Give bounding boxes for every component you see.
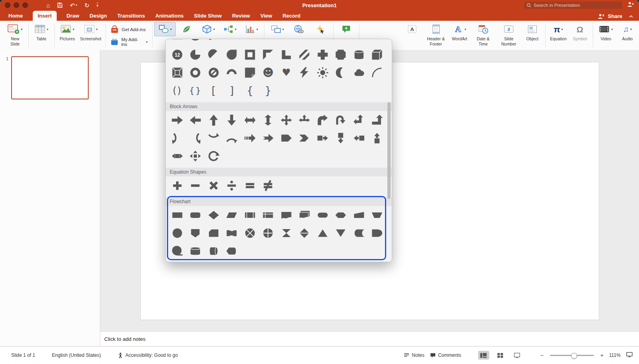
shape-arrow-right[interactable] xyxy=(168,111,186,129)
shape-left-bracket[interactable]: [ xyxy=(204,81,222,99)
shape-multidocument[interactable] xyxy=(296,206,314,224)
shape-oval[interactable] xyxy=(187,39,204,46)
shape-arrow-callout-down[interactable] xyxy=(332,129,350,147)
shape-arrow-quad[interactable] xyxy=(277,111,295,129)
shape-chord[interactable] xyxy=(204,46,222,63)
shape-lightning-bolt[interactable] xyxy=(296,63,314,81)
shape-multiply[interactable] xyxy=(204,176,222,194)
shape-arrow-u-turn[interactable] xyxy=(332,111,350,129)
shape-arrow-pentagon[interactable] xyxy=(277,129,295,147)
home-icon[interactable]: ⌂ xyxy=(46,2,50,8)
scrollbar-thumb[interactable] xyxy=(387,102,391,199)
zoom-window-button[interactable] xyxy=(22,2,28,8)
shape-internal-storage[interactable] xyxy=(259,206,277,224)
shape-double-bracket[interactable]: () xyxy=(168,81,186,99)
shape-alternate-process[interactable] xyxy=(187,206,204,224)
search-input[interactable]: Search in Presentation xyxy=(524,2,622,9)
chart-button[interactable]: ▾ xyxy=(240,22,262,36)
accessibility-status[interactable]: Accessibility: Good to go xyxy=(118,352,178,358)
tab-view[interactable]: View xyxy=(260,11,272,21)
shape-stored-data[interactable] xyxy=(350,224,368,242)
zoom-button[interactable]: ▾ xyxy=(266,22,288,36)
notes-toggle-button[interactable]: Notes xyxy=(404,352,424,358)
reading-view-button[interactable] xyxy=(512,351,523,360)
language-status[interactable]: English (United States) xyxy=(52,352,101,358)
shape-heart[interactable]: ♥ xyxy=(277,63,295,81)
shape-dodecagon-12[interactable]: 12 xyxy=(168,46,186,63)
shape-decision[interactable] xyxy=(204,206,222,224)
tab-transitions[interactable]: Transitions xyxy=(117,11,145,21)
shape-cloud[interactable] xyxy=(350,63,368,81)
symbol-button[interactable]: Ω Symbol xyxy=(569,22,591,42)
shape-sequential-access-storage[interactable] xyxy=(168,242,186,260)
action-button[interactable] xyxy=(310,22,331,36)
get-addins-button[interactable]: Get Add-ins xyxy=(110,25,146,34)
3d-models-button[interactable]: ▾ xyxy=(197,22,219,36)
slideshow-button[interactable] xyxy=(626,352,633,358)
shape-display[interactable] xyxy=(223,242,241,260)
shape-frame[interactable] xyxy=(241,46,259,63)
shape-arrow-up-down[interactable] xyxy=(259,111,277,129)
save-icon[interactable] xyxy=(57,2,63,8)
shape-arrow-left-right-up[interactable] xyxy=(296,111,314,129)
shape-arrow-left-right[interactable] xyxy=(241,111,259,129)
audio-button[interactable]: ♫ ▾ Audio xyxy=(617,22,638,42)
shape-or[interactable] xyxy=(259,224,277,242)
shape-arrow-down[interactable] xyxy=(223,111,241,129)
shape-chord[interactable] xyxy=(204,39,222,46)
shape-teardrop[interactable] xyxy=(223,46,241,63)
table-button[interactable]: ▾ Table xyxy=(31,22,52,42)
text-box-button[interactable]: A xyxy=(401,22,423,36)
shape-arrow-circular[interactable] xyxy=(204,147,222,165)
link-button[interactable] xyxy=(288,22,310,36)
smartart-button[interactable]: ▾ xyxy=(219,22,240,36)
equation-button[interactable]: π ▾ Equation xyxy=(548,22,569,42)
shape-preparation[interactable] xyxy=(332,206,350,224)
shape-half-frame[interactable] xyxy=(259,46,277,63)
shape-arrow-curved-up[interactable] xyxy=(204,129,222,147)
my-addins-button[interactable]: My Add-ins ▾ xyxy=(110,37,148,47)
shape-right-bracket[interactable]: ] xyxy=(223,81,241,99)
shape-sort[interactable] xyxy=(296,224,314,242)
shape-card[interactable] xyxy=(204,224,222,242)
shape-arrow-notched-right[interactable] xyxy=(259,129,277,147)
shape-minus[interactable] xyxy=(187,176,204,194)
shape-diagonal-stripe[interactable] xyxy=(296,46,314,63)
tab-home[interactable]: Home xyxy=(8,11,23,21)
shape-line[interactable] xyxy=(223,39,241,46)
collapse-ribbon-icon[interactable] xyxy=(629,15,633,18)
shape-document[interactable] xyxy=(277,206,295,224)
shape-magnetic-disk[interactable] xyxy=(187,242,204,260)
zoom-slider[interactable] xyxy=(550,355,594,356)
shape-not-equal[interactable] xyxy=(259,176,277,194)
shape-cube[interactable] xyxy=(368,46,386,63)
zoom-in-button[interactable]: + xyxy=(600,352,603,358)
tab-slide-show[interactable]: Slide Show xyxy=(194,11,222,21)
shape-l-shape[interactable] xyxy=(277,46,295,63)
slide-thumbnail-selected[interactable] xyxy=(11,56,89,99)
shape-left-brace[interactable]: { xyxy=(241,81,259,99)
slide-number-button[interactable]: # Slide Number xyxy=(496,22,522,47)
share-button[interactable]: Share xyxy=(597,13,639,21)
shape-donut[interactable] xyxy=(187,63,204,81)
shape-arrow-callout-quad[interactable] xyxy=(187,147,204,165)
shape-collate[interactable] xyxy=(277,224,295,242)
tab-review[interactable]: Review xyxy=(232,11,250,21)
redo-icon[interactable]: ↻ xyxy=(84,2,89,8)
account-button[interactable] xyxy=(627,2,634,9)
slide-sorter-view-button[interactable] xyxy=(495,351,506,360)
shape-pie[interactable] xyxy=(187,46,204,63)
shape-arrow-chevron[interactable] xyxy=(296,129,314,147)
shape-terminator[interactable] xyxy=(314,206,331,224)
shape-arrow-up[interactable] xyxy=(204,111,222,129)
shape-off-page-connector[interactable] xyxy=(187,224,204,242)
shape-arrow-bent[interactable] xyxy=(314,111,331,129)
shape-predefined-process[interactable] xyxy=(241,206,259,224)
shape-direct-access-storage[interactable] xyxy=(204,242,222,260)
shape-bevel[interactable] xyxy=(168,63,186,81)
shape-merge[interactable] xyxy=(332,224,350,242)
shape-arrow-left[interactable] xyxy=(187,111,204,129)
shape-rectangle[interactable] xyxy=(168,39,186,46)
shape-block-arc[interactable] xyxy=(223,63,241,81)
shape-manual-input[interactable] xyxy=(350,206,368,224)
